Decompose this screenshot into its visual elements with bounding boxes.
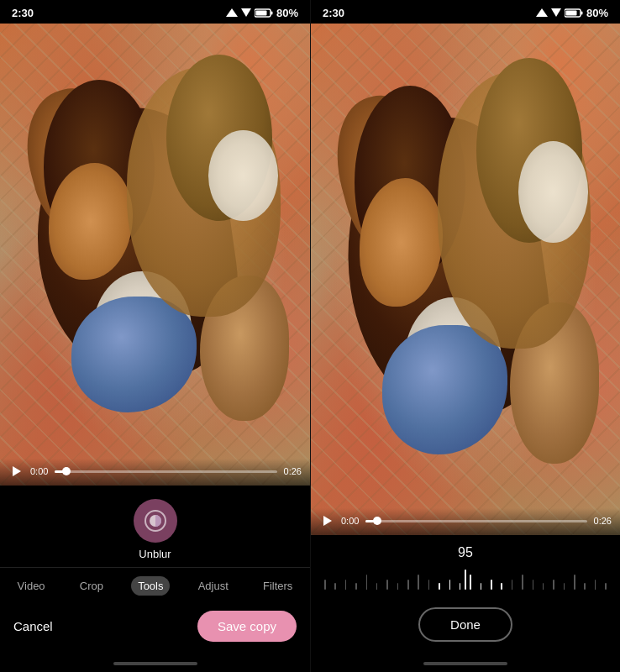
tick-mark xyxy=(449,580,451,590)
video-area-left: 0:00 0:26 xyxy=(0,24,310,486)
tick-mark xyxy=(574,575,575,590)
bottom-nav: Video Crop Tools Adjust Filters xyxy=(0,567,310,602)
svg-marker-0 xyxy=(226,8,238,17)
tick-mark xyxy=(324,580,326,590)
tab-tools[interactable]: Tools xyxy=(131,576,170,596)
tick-mark xyxy=(481,583,482,590)
unblur-icon xyxy=(144,509,167,533)
tick-mark xyxy=(345,580,347,590)
tick-marks xyxy=(324,570,607,590)
time-start-left: 0:00 xyxy=(30,466,48,476)
time-end-right: 0:26 xyxy=(594,516,612,526)
tick-mark xyxy=(553,580,554,590)
time-right: 2:30 xyxy=(323,7,344,19)
cancel-button[interactable]: Cancel xyxy=(13,619,53,633)
home-bar-left xyxy=(0,655,310,672)
svg-rect-9 xyxy=(565,10,576,15)
tick-mark xyxy=(584,583,586,590)
tick-mark xyxy=(533,580,534,590)
status-icons-right: 80% xyxy=(536,7,608,19)
time-start-right: 0:00 xyxy=(341,516,359,526)
tick-mark xyxy=(501,583,502,590)
tick-mark xyxy=(376,583,378,590)
right-panel: 2:30 80% xyxy=(310,0,620,672)
video-controls-right: 0:00 0:26 xyxy=(311,508,620,535)
tick-mark xyxy=(460,583,461,590)
video-controls-left: 0:00 0:26 xyxy=(0,459,310,486)
tab-filters[interactable]: Filters xyxy=(256,576,299,596)
tick-mark xyxy=(418,575,419,590)
svg-rect-8 xyxy=(581,11,582,14)
tick-mark xyxy=(564,583,565,590)
tick-mark xyxy=(366,575,368,590)
time-left: 2:30 xyxy=(12,7,34,19)
save-copy-button[interactable]: Save copy xyxy=(197,611,297,642)
action-bar-left: Cancel Save copy xyxy=(0,602,310,655)
play-button-right[interactable] xyxy=(319,513,334,528)
status-bar-right: 2:30 80% xyxy=(311,0,620,24)
unblur-tool-icon[interactable] xyxy=(134,499,177,543)
svg-rect-4 xyxy=(255,10,266,15)
video-frame-left xyxy=(0,24,310,486)
tick-mark xyxy=(386,580,388,590)
svg-marker-6 xyxy=(551,8,561,17)
svg-rect-3 xyxy=(271,11,272,14)
tick-mark xyxy=(355,583,357,590)
tick-mark xyxy=(522,575,523,590)
tab-crop[interactable]: Crop xyxy=(73,576,110,596)
slider-indicator xyxy=(465,570,466,590)
tick-mark xyxy=(491,580,492,590)
dog-scene-right xyxy=(311,24,620,535)
intensity-slider[interactable] xyxy=(324,567,607,592)
tick-mark xyxy=(605,583,607,590)
progress-bar-left[interactable] xyxy=(55,470,276,473)
status-bar-left: 2:30 80% xyxy=(0,0,310,24)
wifi-icon-right xyxy=(551,8,561,17)
tick-mark xyxy=(397,583,399,590)
tick-mark xyxy=(334,583,336,590)
progress-dot-left xyxy=(62,467,71,475)
signal-icon-right xyxy=(536,8,548,17)
intensity-value: 95 xyxy=(458,545,473,560)
done-button[interactable]: Done xyxy=(418,607,512,642)
home-bar-right xyxy=(311,655,620,672)
progress-bar-right[interactable] xyxy=(365,520,586,522)
progress-dot-right xyxy=(373,517,381,525)
svg-marker-1 xyxy=(241,8,251,17)
time-end-left: 0:26 xyxy=(284,466,302,476)
tick-mark xyxy=(439,583,440,590)
tab-video[interactable]: Video xyxy=(11,576,52,596)
battery-pct-left: 80% xyxy=(276,7,298,19)
play-icon-left xyxy=(13,466,21,476)
tick-mark xyxy=(407,580,409,590)
battery-pct-right: 80% xyxy=(586,7,608,19)
tick-mark xyxy=(512,580,513,590)
tool-section: Unblur xyxy=(0,486,310,567)
tick-mark xyxy=(428,580,430,590)
svg-marker-5 xyxy=(536,8,548,17)
left-panel: 2:30 80% xyxy=(0,0,310,672)
battery-icon-left xyxy=(255,8,273,18)
tick-mark xyxy=(543,583,544,590)
action-bar-right: Done xyxy=(311,599,620,655)
unblur-label: Unblur xyxy=(139,548,171,560)
tab-adjust[interactable]: Adjust xyxy=(192,576,235,596)
intensity-section: 95 xyxy=(311,535,620,599)
video-area-right: 0:00 0:26 xyxy=(311,24,620,535)
play-icon-right xyxy=(323,516,332,526)
tick-mark xyxy=(470,575,471,590)
signal-icon xyxy=(226,8,238,17)
wifi-icon xyxy=(241,8,251,17)
status-icons-left: 80% xyxy=(226,7,298,19)
play-button-left[interactable] xyxy=(8,464,24,479)
video-frame-right xyxy=(311,24,620,535)
battery-icon-right xyxy=(565,8,583,18)
tick-mark xyxy=(595,580,596,590)
dog-scene-left xyxy=(0,24,310,486)
